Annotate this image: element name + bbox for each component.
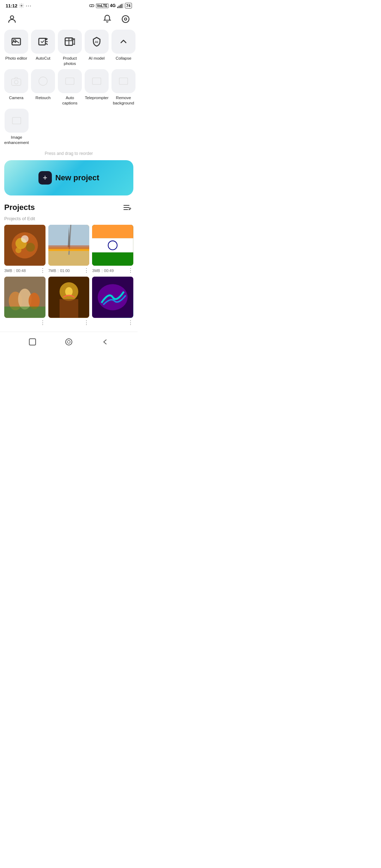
- tool-autocut[interactable]: AutoCut: [31, 30, 55, 66]
- project-thumb-2: [92, 225, 133, 266]
- teleprompter-icon: [91, 76, 102, 87]
- network-label: 4G: [110, 3, 116, 8]
- photo-editor-icon: [11, 36, 22, 47]
- project-more-0[interactable]: ⋮: [40, 267, 46, 274]
- tool-auto-captions[interactable]: Auto captions: [58, 69, 82, 106]
- retouch-icon: [37, 76, 49, 87]
- svg-rect-4: [121, 4, 122, 8]
- volte-label: VoLTE: [96, 4, 109, 8]
- project-meta-0: 3MB | 00:48 ⋮: [4, 267, 46, 274]
- status-bar: 11:12 ··· VoLTE 4G 74: [0, 0, 138, 10]
- svg-rect-49: [4, 307, 46, 318]
- projects-header: Projects: [4, 201, 133, 214]
- svg-rect-1: [117, 7, 118, 8]
- svg-rect-2: [119, 6, 120, 8]
- tool-image-enhancement[interactable]: Image enhancement: [4, 109, 29, 145]
- tool-label-auto-captions: Auto captions: [58, 95, 82, 106]
- svg-rect-57: [29, 339, 36, 345]
- project-more-4[interactable]: ⋮: [84, 319, 89, 326]
- tool-product-photos[interactable]: AI Product photos: [58, 30, 82, 66]
- tool-camera[interactable]: Camera: [4, 69, 28, 106]
- project-grid: 3MB | 00:48 ⋮ 7MB: [4, 225, 133, 326]
- project-more-5[interactable]: ⋮: [128, 319, 133, 326]
- tool-teleprompter[interactable]: Teleprompter: [85, 69, 109, 106]
- new-project-label: New project: [55, 173, 99, 182]
- project-more-3[interactable]: ⋮: [40, 319, 46, 326]
- svg-rect-24: [12, 117, 21, 124]
- svg-rect-3: [120, 5, 121, 8]
- project-thumb-1: [48, 225, 90, 266]
- svg-point-6: [10, 16, 13, 19]
- tool-collapse[interactable]: Collapse: [111, 30, 135, 66]
- project-item-5[interactable]: ⋮: [92, 277, 133, 326]
- weather-icon: [19, 3, 24, 8]
- svg-rect-42: [92, 238, 133, 252]
- nav-home-button[interactable]: [63, 336, 74, 348]
- project-item-0[interactable]: 3MB | 00:48 ⋮: [4, 225, 46, 274]
- settings-button[interactable]: [119, 13, 132, 25]
- project-meta-3: ⋮: [4, 319, 46, 326]
- svg-point-20: [39, 77, 47, 85]
- project-size-2: 3MB: [92, 269, 100, 273]
- projects-section: Projects Projects of Edit: [0, 201, 138, 326]
- svg-rect-43: [92, 252, 133, 266]
- project-meta-5: ⋮: [92, 319, 133, 326]
- svg-point-53: [65, 287, 72, 296]
- svg-rect-5: [123, 3, 123, 8]
- top-nav: [0, 10, 138, 30]
- svg-point-0: [21, 5, 23, 6]
- svg-point-58: [66, 339, 72, 345]
- tool-label-remove-background: Remove background: [111, 95, 135, 106]
- project-size-0: 3MB: [4, 269, 12, 273]
- tools-row-2: Camera Retouch Auto captions: [4, 69, 133, 106]
- tool-retouch[interactable]: Retouch: [31, 69, 55, 106]
- svg-point-59: [67, 340, 70, 343]
- camera-icon: [11, 76, 22, 87]
- tool-photo-editor[interactable]: Photo editor: [4, 30, 28, 66]
- food-thumbnail: [4, 225, 46, 266]
- dots-menu: ···: [26, 3, 32, 8]
- svg-rect-38: [48, 245, 90, 249]
- project-item-4[interactable]: ⋮: [48, 277, 90, 326]
- new-project-icon: +: [38, 171, 52, 185]
- profile-button[interactable]: [6, 13, 18, 25]
- status-right: VoLTE 4G 74: [89, 3, 132, 8]
- tool-ai-model[interactable]: AI AI model: [85, 30, 109, 66]
- tool-label-retouch: Retouch: [36, 95, 51, 101]
- new-project-button[interactable]: + New project: [4, 160, 133, 195]
- project-thumb-5: [92, 277, 133, 318]
- nav-back-button[interactable]: [99, 336, 111, 348]
- battery-indicator: 74: [125, 3, 132, 8]
- project-item-3[interactable]: ⋮: [4, 277, 46, 326]
- nav-square-button[interactable]: [27, 336, 38, 348]
- tools-row-3: Image enhancement: [4, 109, 133, 145]
- flag-thumbnail: [92, 225, 133, 266]
- svg-rect-11: [39, 38, 46, 45]
- project-duration-2: 00:49: [104, 269, 114, 273]
- project-thumb-0: [4, 225, 46, 266]
- project-duration-1: 01:00: [60, 269, 70, 273]
- svg-point-31: [26, 243, 35, 252]
- tool-remove-background[interactable]: Remove background: [111, 69, 135, 106]
- cups-thumbnail: [4, 277, 46, 318]
- project-thumb-4: [48, 277, 90, 318]
- edit-projects-button[interactable]: [121, 201, 133, 214]
- chevron-up-icon: [119, 37, 128, 46]
- tools-section: Photo editor AutoCut AI: [0, 30, 138, 145]
- project-more-1[interactable]: ⋮: [84, 267, 89, 274]
- projects-subtitle: Projects of Edit: [4, 216, 133, 221]
- signal-icon: [117, 3, 123, 8]
- svg-point-8: [122, 16, 129, 23]
- deity-thumbnail: [48, 277, 90, 318]
- edit-list-icon: [123, 204, 131, 211]
- svg-point-32: [21, 235, 29, 242]
- tool-label-photo-editor: Photo editor: [5, 56, 27, 61]
- project-item-1[interactable]: 7MB | 01:00 ⋮: [48, 225, 90, 274]
- svg-rect-41: [92, 225, 133, 238]
- svg-rect-22: [92, 78, 101, 85]
- project-item-2[interactable]: 3MB | 00:49 ⋮: [92, 225, 133, 274]
- notification-button[interactable]: [101, 13, 114, 25]
- project-meta-1: 7MB | 01:00 ⋮: [48, 267, 90, 274]
- bell-icon: [103, 14, 112, 24]
- project-more-2[interactable]: ⋮: [128, 267, 133, 274]
